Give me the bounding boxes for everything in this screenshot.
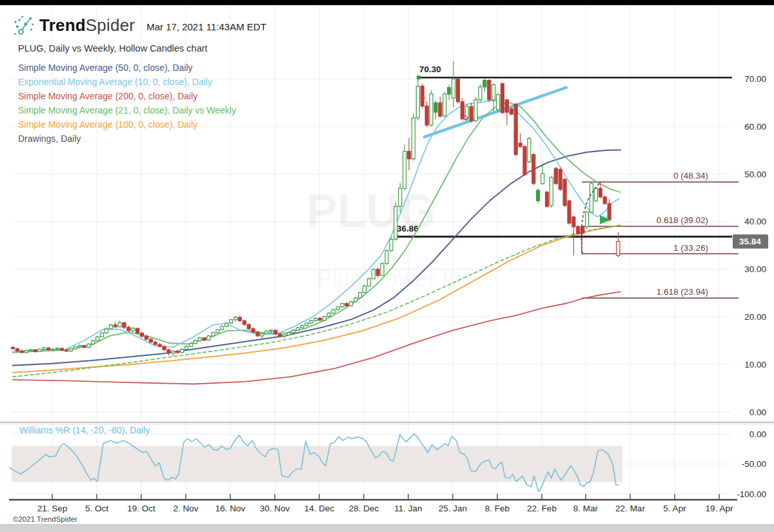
candle (492, 84, 495, 100)
candle (287, 333, 290, 335)
candle (483, 81, 486, 87)
candle (594, 188, 597, 201)
legend-item-1[interactable]: Exponential Moving Average (10, 0, close… (18, 75, 236, 89)
candle (127, 328, 130, 331)
ma-line (13, 291, 620, 384)
horizontal-line-label: 36.86 (397, 224, 419, 233)
y-axis-label: 30.00 (744, 264, 766, 274)
candle (501, 84, 504, 113)
candle (488, 81, 491, 100)
candle (101, 333, 104, 337)
candle (243, 320, 246, 324)
candle (470, 106, 473, 121)
candle (319, 319, 322, 320)
candle (537, 190, 540, 201)
candle (198, 338, 201, 340)
ma-line (13, 150, 620, 365)
candle (528, 139, 531, 162)
candle (114, 325, 117, 327)
candle (586, 212, 589, 227)
candle (283, 335, 286, 336)
candle (34, 350, 37, 351)
candle (541, 173, 544, 184)
candle (132, 328, 135, 331)
legend-item-3[interactable]: Simple Moving Average (21, 0, close), Da… (18, 103, 236, 117)
x-axis-label: 14. Dec (304, 504, 335, 513)
candle (465, 106, 468, 119)
williams-r-label[interactable]: Williams %R (14, -20, -80), Daily (19, 425, 150, 435)
candle (368, 279, 371, 286)
ma-line (13, 225, 620, 373)
candle (256, 332, 259, 336)
candle (238, 317, 241, 320)
legend-item-4[interactable]: Simple Moving Average (100, 0, close), D… (18, 117, 236, 132)
candle (172, 351, 175, 353)
x-axis-label: 16. Nov (215, 504, 246, 513)
candle (563, 179, 566, 206)
candle (29, 350, 32, 351)
candle (412, 118, 415, 159)
williams-band (12, 446, 622, 482)
candle (167, 350, 170, 353)
candle (212, 333, 215, 336)
candle (203, 338, 206, 340)
candle (617, 242, 620, 256)
x-axis-label: 28. Dec (349, 504, 379, 513)
candle (336, 307, 339, 310)
legend-item-2[interactable]: Simple Moving Average (200, 0, close), D… (18, 89, 236, 103)
fib-label: 0.618 (39.02) (657, 215, 708, 225)
x-axis-label: 30. Nov (260, 504, 290, 513)
candle (457, 79, 460, 101)
candle (359, 293, 362, 298)
candle (60, 348, 63, 350)
candle (474, 100, 477, 121)
candle (390, 239, 393, 251)
candle (123, 322, 126, 327)
candle (47, 348, 50, 350)
trendspider-chart-app: PLUGPlug Power Inc0 (48.34)0.618 (39.02)… (0, 0, 774, 532)
candle (20, 351, 23, 353)
trendspider-logo-icon (13, 14, 35, 36)
candle (64, 350, 68, 351)
legend-item-0[interactable]: Simple Moving Average (50, 0, close), Da… (18, 61, 236, 75)
candle (83, 346, 86, 348)
y-axis-label: 0.00 (749, 429, 766, 439)
candle (381, 264, 384, 275)
fib-label: 1.618 (23.94) (657, 287, 708, 297)
x-axis-label: 5. Oct (85, 504, 108, 513)
candle (279, 334, 282, 337)
candle (221, 326, 224, 330)
candle (118, 322, 121, 327)
candle (546, 192, 549, 206)
candle (341, 304, 344, 307)
candle (461, 102, 464, 119)
candle (514, 104, 517, 155)
y-axis-label: 70.00 (744, 74, 766, 84)
legend-item-5[interactable]: Drawings, Daily (18, 132, 236, 146)
candle (104, 329, 108, 333)
candle (425, 106, 428, 126)
candle (78, 346, 81, 347)
candle (145, 337, 148, 339)
candle (96, 337, 99, 340)
candle (550, 177, 553, 206)
candle (568, 201, 571, 223)
candle (225, 323, 228, 326)
candle (523, 146, 526, 175)
candle (443, 94, 446, 116)
candle (554, 168, 557, 184)
candle (430, 94, 433, 125)
candle (194, 340, 197, 343)
candle (350, 302, 353, 306)
y-axis-label: -50.00 (742, 459, 766, 469)
candle (394, 206, 397, 239)
candle (136, 328, 139, 333)
candle (323, 317, 326, 320)
candle (408, 152, 411, 159)
x-axis-label: 22. Mar (615, 504, 645, 513)
candle (363, 286, 366, 292)
bottom-scroll-strip[interactable] (0, 524, 774, 532)
candle (274, 330, 277, 334)
candle (603, 197, 606, 203)
candle (230, 320, 233, 323)
